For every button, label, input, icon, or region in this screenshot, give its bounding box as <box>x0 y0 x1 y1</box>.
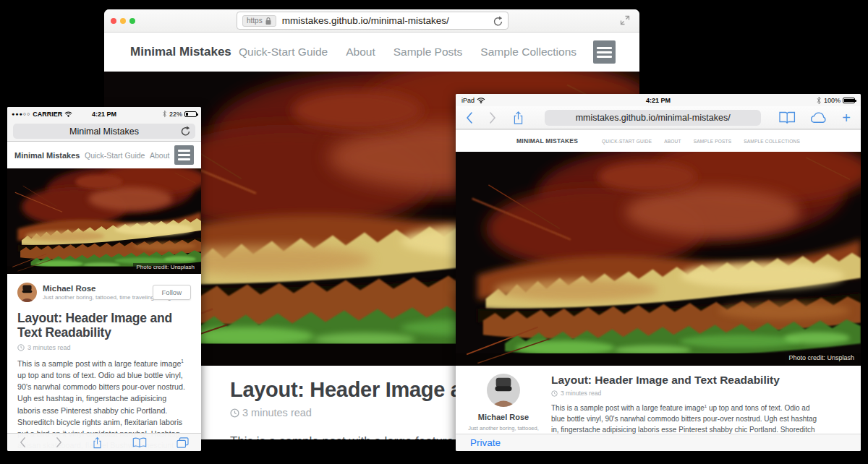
nav-item-sample-posts[interactable]: SAMPLE POSTS <box>694 139 732 144</box>
tabs-icon[interactable] <box>176 437 189 448</box>
status-time: 4:21 PM <box>456 97 861 104</box>
composite-canvas: https mmistakes.github.io/minimal-mistak… <box>0 0 868 464</box>
bluetooth-icon <box>162 110 167 118</box>
author-row: Michael Rose Just another boring, tattoo… <box>17 283 191 302</box>
address-bar[interactable]: https mmistakes.github.io/minimal-mistak… <box>237 12 509 30</box>
clock-icon <box>230 408 239 418</box>
zoom-window-button[interactable] <box>129 18 135 24</box>
nav-item-sample-collections[interactable]: SAMPLE COLLECTIONS <box>744 139 800 144</box>
nav-item-about[interactable]: About <box>346 46 375 58</box>
post-meta: 3 minutes read <box>551 390 823 397</box>
post-meta: 3 minutes read <box>17 344 191 351</box>
address-bar[interactable]: Minimal Mistakes <box>13 124 195 139</box>
https-badge: https <box>242 15 276 27</box>
iphone-device: ●●●○○ CARRIER 4:21 PM 22% Minimal Mistak… <box>7 107 201 451</box>
feature-image: Photo credit: Unsplash <box>456 152 861 366</box>
url-text: mmistakes.github.io/minimal-mistakes/ <box>282 15 449 26</box>
site-title[interactable]: Minimal Mistakes <box>14 151 80 160</box>
https-label: https <box>247 17 263 25</box>
read-time: 3 minutes read <box>27 344 71 351</box>
ipad-status-bar: iPad 4:21 PM 100% <box>456 94 861 106</box>
avatar <box>17 283 37 302</box>
author-name: Michael Rose <box>478 413 529 421</box>
share-button[interactable] <box>512 110 524 126</box>
ipad-device: iPad 4:21 PM 100% mmistakes.github.io/mi… <box>456 94 861 451</box>
close-window-button[interactable] <box>111 18 116 24</box>
nav-item-sample-collections[interactable]: Sample Collections <box>480 46 576 58</box>
private-browsing-bar: Private <box>456 434 861 451</box>
back-button[interactable] <box>466 111 473 124</box>
photo-credit: Photo credit: Unsplash <box>133 263 199 272</box>
nav-item-quick-start-guide[interactable]: QUICK-START GUIDE <box>602 139 652 144</box>
back-button[interactable] <box>20 437 26 448</box>
masthead-nav: Minimal Mistakes Quick-Start Guide About… <box>104 33 639 72</box>
read-time: 3 minutes read <box>242 407 312 418</box>
iphone-status-bar: ●●●○○ CARRIER 4:21 PM 22% <box>7 107 201 121</box>
site-title[interactable]: Minimal Mistakes <box>130 33 231 72</box>
feature-image: Photo credit: Unsplash <box>7 168 201 274</box>
post-paragraph: This is a sample post with a large featu… <box>551 403 823 434</box>
icloud-tabs-icon[interactable] <box>809 111 828 124</box>
post-title: Layout: Header Image and Text Readabilit… <box>17 311 191 340</box>
battery-icon <box>184 111 197 117</box>
battery-percent: 22% <box>169 111 182 118</box>
post-title: Layout: Header Image and Text Readabilit… <box>551 374 823 387</box>
reader-pages-icon[interactable] <box>778 111 796 124</box>
masthead-nav: Minimal Mistakes Quick-Start Guide About <box>7 142 201 168</box>
reload-button[interactable] <box>180 126 190 136</box>
bookmarks-icon[interactable] <box>132 437 147 448</box>
avatar <box>487 374 520 407</box>
read-time: 3 minutes read <box>561 390 601 397</box>
battery-icon <box>843 98 855 103</box>
address-bar[interactable]: mmistakes.github.io/minimal-mistakes/ <box>545 110 761 126</box>
forward-button[interactable] <box>56 437 62 448</box>
nav-item-quick-start-guide[interactable]: Quick-Start Guide <box>85 151 145 160</box>
minimize-window-button[interactable] <box>120 18 126 24</box>
safari-urlbar: Minimal Mistakes <box>7 121 201 142</box>
author-sidebar: Michael Rose Just another boring, tattoo… <box>456 374 551 434</box>
hamburger-menu-button[interactable] <box>593 40 616 64</box>
post-content: Michael Rose Just another boring, tattoo… <box>456 366 861 434</box>
nav-item-sample-posts[interactable]: Sample Posts <box>393 46 463 58</box>
safari-toolbar: mmistakes.github.io/minimal-mistakes/ + <box>456 106 861 129</box>
battery-percent: 100% <box>824 97 841 104</box>
nav-item-quick-start-guide[interactable]: Quick-Start Guide <box>239 46 328 58</box>
safari-bottom-toolbar <box>7 433 201 451</box>
clock-icon <box>17 344 25 351</box>
fullscreen-icon[interactable] <box>620 15 630 25</box>
new-tab-button[interactable]: + <box>842 111 851 125</box>
clock-icon <box>551 390 558 397</box>
post-content: Michael Rose Just another boring, tattoo… <box>7 274 201 451</box>
site-title[interactable]: MINIMAL MISTAKES <box>516 137 578 145</box>
url-text: Minimal Mistakes <box>69 126 139 137</box>
author-bio: Just another boring, tattooed, <box>468 425 539 431</box>
url-text: mmistakes.github.io/minimal-mistakes/ <box>576 113 731 123</box>
hamburger-menu-button[interactable] <box>174 145 194 165</box>
browser-titlebar: https mmistakes.github.io/minimal-mistak… <box>104 9 639 33</box>
nav-item-about[interactable]: About <box>150 151 169 160</box>
reload-button[interactable] <box>493 16 503 26</box>
photo-credit: Photo credit: Unsplash <box>785 353 858 364</box>
masthead-nav: MINIMAL MISTAKES QUICK-START GUIDE ABOUT… <box>456 129 861 152</box>
private-button[interactable]: Private <box>470 437 501 448</box>
lock-icon <box>265 17 272 25</box>
share-button[interactable] <box>92 436 103 450</box>
nav-links: Quick-Start Guide About Sample Posts Sam… <box>239 33 576 72</box>
nav-item-about[interactable]: ABOUT <box>664 139 681 144</box>
bluetooth-icon <box>816 96 822 105</box>
forward-button[interactable] <box>489 111 496 124</box>
follow-button[interactable]: Follow <box>153 285 191 300</box>
